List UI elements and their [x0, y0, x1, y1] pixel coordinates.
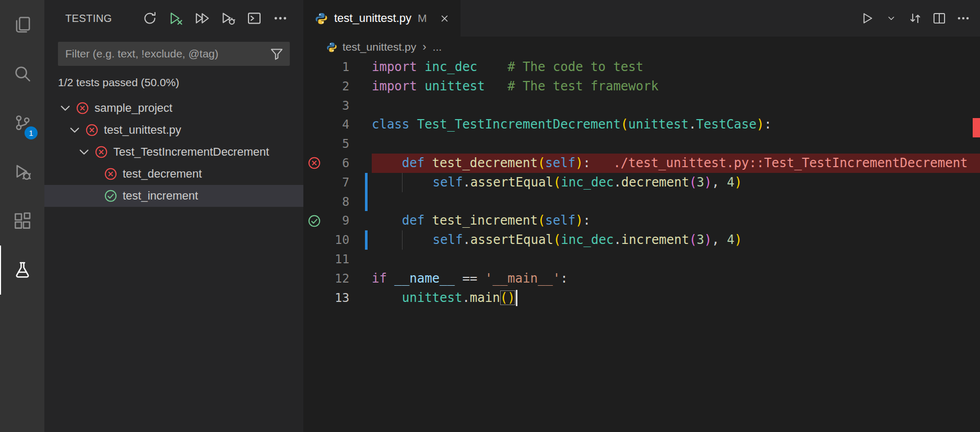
code-token [424, 156, 432, 170]
code-token: inc_dec [561, 175, 613, 190]
gutter-modified-indicator [349, 269, 372, 288]
code-line-content[interactable]: self.assertEqual(inc_dec.increment(3), 4… [372, 230, 980, 250]
code-line-content[interactable] [372, 96, 980, 115]
gutter-test-state [303, 134, 325, 154]
rerun-failed-tests-button[interactable] [167, 9, 185, 28]
run-all-tests-button[interactable] [193, 9, 211, 28]
code-line-content[interactable]: class Test_TestIncrementDecrement(unitte… [372, 115, 980, 134]
gutter-modified-indicator [349, 230, 372, 250]
code-token [372, 156, 402, 170]
testing-toolbar [140, 9, 290, 28]
chevron-down-icon[interactable] [58, 101, 73, 115]
code-token: ) [735, 232, 742, 247]
refresh-tests-button[interactable] [140, 9, 159, 28]
activity-bar-item-testing[interactable] [0, 246, 44, 295]
test-tree-item[interactable]: test_unittest.py [44, 119, 303, 141]
test-tree-item[interactable]: test_decrement [44, 163, 303, 185]
test-failure-message: ./test_unittest.py::Test_TestIncrementDe… [613, 156, 967, 170]
output-icon [247, 11, 262, 26]
activity-bar-item-source-control[interactable]: 1 [0, 98, 44, 147]
line-number: 10 [325, 230, 349, 250]
code-token: if [372, 271, 387, 286]
activity-bar-item-extensions[interactable] [0, 196, 44, 246]
gutter-test-passed-icon[interactable] [308, 214, 321, 228]
chevron-down-icon[interactable] [77, 145, 91, 159]
tree-indent-spacer [86, 189, 104, 203]
code-line-content[interactable]: import inc_dec # The code to test [372, 57, 980, 77]
code-line-content[interactable]: import unittest # The test framework [372, 77, 980, 96]
code-token [417, 79, 424, 94]
code-token: . [613, 175, 621, 190]
code-line-content[interactable]: if __name__ == '__main__': [372, 269, 980, 288]
filter-icon[interactable] [270, 47, 284, 61]
gutter-modified-indicator [349, 250, 372, 269]
code-line: 9 def test_increment(self): [303, 211, 980, 230]
code-token [485, 79, 507, 94]
run-options-dropdown-button[interactable] [882, 9, 901, 28]
run-python-file-button[interactable] [858, 9, 877, 28]
gutter-test-state [303, 288, 325, 308]
code-token: Test_TestIncrementDecrement [417, 117, 621, 132]
debug-alt-icon [221, 11, 235, 26]
test-tree-item[interactable]: test_increment [44, 185, 303, 207]
gutter-test-state [303, 230, 325, 250]
breadcrumb-more[interactable]: ... [433, 41, 442, 53]
code-line-content[interactable]: self.assertEqual(inc_dec.decrement(3), 4… [372, 173, 980, 192]
modified-badge: M [418, 12, 427, 25]
code-line: 8 [303, 192, 980, 212]
gutter-modified-indicator [349, 192, 372, 212]
line-number: 6 [325, 154, 349, 173]
tab-bar: test_unittest.py M [303, 0, 980, 37]
code-token: : [560, 271, 568, 286]
code-token: unittest [424, 79, 485, 94]
filter-placeholder: Filter (e.g. text, !exclude, @tag) [65, 48, 270, 60]
code-line-content[interactable] [372, 134, 980, 154]
debug-all-tests-button[interactable] [219, 9, 238, 28]
code-token: , [712, 175, 727, 190]
code-line-content[interactable] [372, 192, 980, 212]
python-icon [315, 12, 328, 25]
code-token: 4 [727, 232, 734, 247]
code-token: ) [704, 175, 712, 190]
test-tree-item[interactable]: sample_project [44, 97, 303, 119]
run-failed-icon [169, 11, 183, 26]
test-tree-item-label: sample_project [95, 101, 172, 115]
code-token: # The code to test [507, 60, 643, 74]
code-token: self [433, 232, 463, 247]
more-actions-button[interactable] [271, 9, 290, 28]
gutter-test-state [303, 57, 325, 77]
line-number: 13 [325, 288, 349, 308]
tab-test-unittest-py[interactable]: test_unittest.py M [303, 0, 461, 37]
open-changes-button[interactable] [906, 9, 925, 28]
activity-bar-item-explorer[interactable] [0, 0, 44, 49]
code-line-content[interactable]: def test_decrement(self): ./test_unittes… [372, 154, 980, 173]
split-editor-button[interactable] [930, 9, 949, 28]
test-tree: sample_projecttest_unittest.pyTest_TestI… [44, 97, 303, 207]
gutter-modified-indicator [349, 77, 372, 96]
code-line: 10 self.assertEqual(inc_dec.increment(3)… [303, 230, 980, 250]
close-icon[interactable] [439, 13, 450, 24]
code-token: ( [621, 117, 628, 132]
code-line-content[interactable]: unittest.main() [372, 288, 980, 308]
editor-group: test_unittest.py M test_unittest.py › ..… [303, 0, 980, 432]
files-icon [14, 16, 31, 33]
code-line-content[interactable]: def test_increment(self): [372, 211, 980, 230]
show-test-output-button[interactable] [245, 9, 264, 28]
breadcrumb-file[interactable]: test_unittest.py [343, 41, 416, 53]
run-options-dropdown-icon [886, 13, 896, 24]
gutter-test-failed-icon[interactable] [308, 156, 321, 170]
code-token [591, 156, 613, 170]
test-filter-input[interactable]: Filter (e.g. text, !exclude, @tag) [58, 42, 290, 66]
code-token: import [372, 79, 417, 94]
code-token: self [545, 213, 575, 228]
editor-more-actions-button[interactable] [954, 9, 973, 28]
chevron-down-icon[interactable] [67, 123, 82, 137]
code-line-content[interactable] [372, 250, 980, 269]
more-icon [273, 11, 288, 26]
split-editor-icon [932, 11, 946, 25]
activity-bar-item-run-and-debug[interactable] [0, 147, 44, 196]
test-tree-item[interactable]: Test_TestIncrementDecrement [44, 141, 303, 163]
breadcrumb[interactable]: test_unittest.py › ... [303, 37, 980, 57]
activity-bar-item-search[interactable] [0, 49, 44, 98]
line-number: 2 [325, 77, 349, 96]
